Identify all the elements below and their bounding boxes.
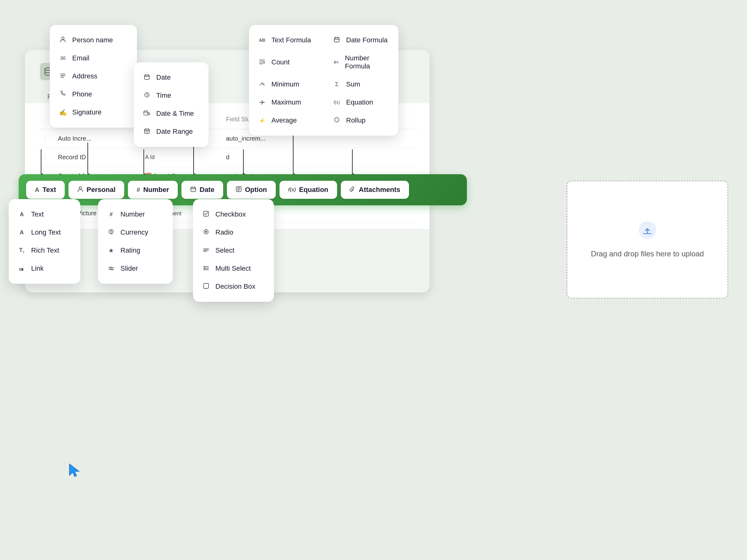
toolbar-btn-text[interactable]: A Text: [26, 181, 65, 199]
dropdown-item-multiselect[interactable]: Multi Select: [193, 260, 274, 277]
field-name-cell: Auto Incre...: [53, 132, 140, 145]
toolbar-btn-personal[interactable]: Personal: [69, 181, 124, 199]
dateformula-icon: [332, 36, 341, 44]
dropdown-item-equation[interactable]: f(x) Equation: [324, 93, 398, 111]
field-slug-cell: d: [221, 151, 314, 164]
dropdown-item-rating[interactable]: ★ Rating: [98, 241, 173, 260]
minimum-icon: [258, 81, 266, 88]
select-label: Select: [215, 246, 234, 255]
dropdown-item-longtext[interactable]: A Long Text: [9, 223, 80, 241]
radio-icon: [202, 229, 210, 236]
dropdown-item-minimum[interactable]: Minimum: [249, 75, 324, 93]
field-name-cell: Record ID: [53, 151, 140, 164]
longtext-icon: A: [18, 229, 26, 236]
toolbar-btn-equation[interactable]: f(x) Equation: [280, 181, 337, 199]
dropdown-item-daterange[interactable]: Date Range: [134, 123, 209, 141]
textformula-icon: AB: [258, 38, 266, 43]
decisionbox-icon: [202, 283, 210, 290]
field-type-cell: A Id: [140, 151, 221, 164]
toolbar-btn-option[interactable]: Option: [227, 181, 276, 199]
svg-rect-8: [144, 111, 148, 115]
dropdown-item-datetime[interactable]: Date & Time: [134, 105, 209, 123]
address-icon: [58, 73, 67, 80]
signature-label: Signature: [72, 108, 101, 116]
dropdown-item-checkbox[interactable]: Checkbox: [193, 205, 274, 223]
drag-handle[interactable]: ::: [37, 133, 53, 145]
datetime-icon: [143, 110, 151, 117]
dropdown-option: Checkbox Radio Select Multi Select Decis…: [193, 199, 274, 302]
dropdown-item-average[interactable]: ⚡ Average: [249, 111, 324, 129]
link-icon: [18, 265, 26, 272]
richtext-icon: TT: [18, 247, 26, 254]
time-label: Time: [156, 91, 171, 100]
toolbar-personal-label: Personal: [86, 186, 115, 194]
dropdown-item-text[interactable]: A Text: [9, 205, 80, 223]
vline-attach: [352, 149, 353, 174]
dropdown-item-textformula[interactable]: AB Text Formula: [249, 31, 324, 49]
dropdown-item-dateformula[interactable]: Date Formula: [324, 31, 398, 49]
dropdown-item-numberformula[interactable]: #≡ Number Formula: [324, 49, 398, 75]
toolbar-btn-number[interactable]: # Number: [128, 181, 178, 199]
currency-icon: [107, 229, 115, 236]
dropdown-item-richtext[interactable]: TT Rich Text: [9, 241, 80, 260]
numberformula-icon: #≡: [332, 60, 340, 65]
toolbar-equation-label: Equation: [299, 186, 328, 194]
dropdown-item-address[interactable]: Address: [50, 67, 137, 85]
numberformula-label: Number Formula: [345, 54, 390, 70]
dropdown-formula: AB Text Formula Date Formula # Count #≡ …: [249, 25, 398, 136]
personal-icon: [77, 186, 83, 194]
svg-rect-6: [145, 75, 149, 79]
phone-icon: [58, 90, 67, 98]
date-icon: [190, 186, 197, 194]
svg-rect-20: [204, 284, 209, 288]
signature-icon: ✍: [58, 109, 67, 116]
time-icon: [143, 92, 151, 100]
toolbar-btn-attachments[interactable]: Attachments: [341, 181, 409, 199]
person-name-label: Person name: [72, 36, 113, 44]
dropdown-item-count[interactable]: # Count: [249, 49, 324, 75]
decisionbox-label: Decision Box: [215, 283, 255, 291]
average-icon: ⚡: [258, 117, 266, 124]
dropdown-item-email[interactable]: ✉ Email: [50, 49, 137, 67]
dropdown-item-slider[interactable]: Slider: [98, 260, 173, 277]
drag-handle[interactable]: ::: [37, 152, 53, 163]
dropdown-item-date[interactable]: Date: [134, 69, 209, 86]
dropdown-item-person-name[interactable]: Person name: [50, 31, 137, 49]
slider-icon: [107, 265, 115, 272]
daterange-label: Date Range: [156, 128, 193, 136]
dropdown-item-time[interactable]: Time: [134, 86, 209, 105]
dropdown-item-sum[interactable]: Σ Sum: [324, 75, 398, 93]
vline-option: [243, 149, 244, 174]
dropdown-item-signature[interactable]: ✍ Signature: [50, 103, 137, 121]
dropdown-item-rollup[interactable]: Rollup: [324, 111, 398, 129]
dropdown-item-select[interactable]: Select: [193, 241, 274, 260]
dropdown-item-maximum[interactable]: Maximum: [249, 93, 324, 111]
date-label: Date: [156, 74, 171, 81]
svg-point-5: [61, 37, 64, 39]
dropdown-item-phone[interactable]: Phone: [50, 85, 137, 103]
vline-number: [144, 149, 144, 174]
sum-label: Sum: [346, 80, 360, 88]
dropdown-item-number[interactable]: # Number: [98, 205, 173, 223]
richtext-label: Rich Text: [31, 246, 59, 255]
rating-label: Rating: [121, 246, 140, 255]
table-row: :: Record ID A Id d: [37, 148, 417, 167]
text-icon: A: [35, 186, 39, 193]
maximum-icon: [258, 99, 266, 106]
toolbar-btn-date[interactable]: Date: [181, 181, 223, 199]
eq-icon: f(x): [332, 100, 341, 105]
sum-icon: Σ: [332, 81, 341, 88]
slider-label: Slider: [121, 264, 138, 272]
multiselect-label: Multi Select: [215, 264, 251, 272]
upload-area[interactable]: Drag and drop files here to upload: [566, 181, 728, 299]
rollup-icon: [332, 117, 341, 124]
email-label: Email: [72, 54, 89, 62]
date-item-icon: [143, 74, 151, 81]
link-label: Link: [31, 264, 44, 272]
dropdown-item-radio[interactable]: Radio: [193, 223, 274, 241]
dropdown-item-link[interactable]: Link: [9, 260, 80, 277]
dropdown-item-decisionbox[interactable]: Decision Box: [193, 277, 274, 296]
count-label: Count: [272, 58, 290, 66]
dropdown-item-currency[interactable]: Currency: [98, 223, 173, 241]
address-label: Address: [72, 72, 97, 80]
